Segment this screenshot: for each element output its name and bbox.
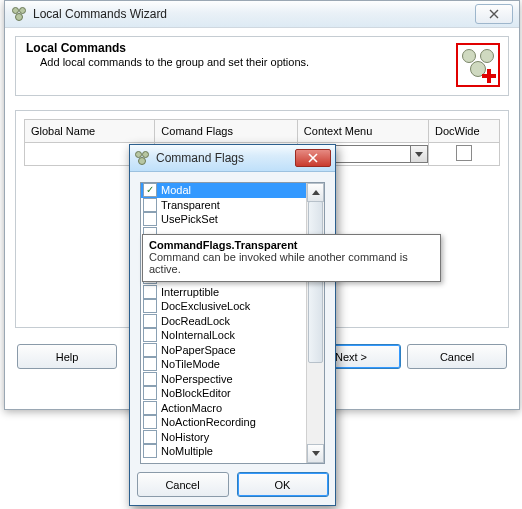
scroll-thumb[interactable] bbox=[308, 201, 323, 363]
scroll-down-button[interactable] bbox=[307, 444, 324, 463]
list-item-checkbox[interactable] bbox=[143, 415, 157, 429]
list-item-label: UsePickSet bbox=[161, 212, 218, 226]
list-item[interactable]: DocReadLock bbox=[141, 314, 307, 329]
dialog-titlebar[interactable]: Command Flags bbox=[130, 145, 335, 172]
doc-wide-checkbox[interactable] bbox=[456, 145, 472, 161]
dialog-button-bar: Cancel OK bbox=[130, 472, 335, 497]
list-item[interactable]: NoInternalLock bbox=[141, 328, 307, 343]
list-item-label: Interruptible bbox=[161, 285, 219, 299]
tooltip: CommandFlags.Transparent Command can be … bbox=[142, 234, 441, 282]
dialog-ok-button[interactable]: OK bbox=[237, 472, 329, 497]
cancel-button[interactable]: Cancel bbox=[407, 344, 507, 369]
list-item-checkbox[interactable] bbox=[143, 198, 157, 212]
dialog-close-button[interactable] bbox=[295, 149, 331, 167]
list-item[interactable]: Modal bbox=[141, 183, 307, 198]
list-item-checkbox[interactable] bbox=[143, 357, 157, 371]
list-item-checkbox[interactable] bbox=[143, 372, 157, 386]
cell-doc-wide[interactable] bbox=[428, 143, 499, 166]
tooltip-body: Command can be invoked while another com… bbox=[149, 251, 434, 275]
dialog-cancel-button[interactable]: Cancel bbox=[137, 472, 229, 497]
app-icon bbox=[11, 6, 27, 22]
dialog-app-icon bbox=[134, 150, 150, 166]
list-item[interactable]: NoBlockEditor bbox=[141, 386, 307, 401]
list-item-checkbox[interactable] bbox=[143, 401, 157, 415]
list-item-label: NoHistory bbox=[161, 430, 209, 444]
list-item-label: DocExclusiveLock bbox=[161, 299, 250, 313]
list-item[interactable]: ActionMacro bbox=[141, 401, 307, 416]
dialog-title: Command Flags bbox=[156, 151, 295, 165]
list-item[interactable]: DocExclusiveLock bbox=[141, 299, 307, 314]
list-item-label: DocReadLock bbox=[161, 314, 230, 328]
list-item-checkbox[interactable] bbox=[143, 299, 157, 313]
list-item-label: NoBlockEditor bbox=[161, 386, 231, 400]
col-command-flags[interactable]: Comand Flags bbox=[155, 120, 297, 143]
list-item-label: Transparent bbox=[161, 198, 220, 212]
list-item-checkbox[interactable] bbox=[143, 314, 157, 328]
list-item[interactable]: NoMultiple bbox=[141, 444, 307, 459]
help-button[interactable]: Help bbox=[17, 344, 117, 369]
wizard-header-title: Local Commands bbox=[26, 41, 448, 55]
wizard-header-panel: Local Commands Add local commands to the… bbox=[15, 36, 509, 96]
wizard-header-desc: Add local commands to the group and set … bbox=[26, 56, 448, 68]
list-item-checkbox[interactable] bbox=[143, 183, 157, 197]
list-item-checkbox[interactable] bbox=[143, 212, 157, 226]
flags-listbox[interactable]: ModalTransparentUsePickSetInterruptibleD… bbox=[140, 182, 325, 464]
list-item-label: ActionMacro bbox=[161, 401, 222, 415]
list-item[interactable]: NoPaperSpace bbox=[141, 343, 307, 358]
wizard-title: Local Commands Wizard bbox=[33, 7, 475, 21]
list-item-label: NoInternalLock bbox=[161, 328, 235, 342]
list-item-checkbox[interactable] bbox=[143, 386, 157, 400]
scrollbar[interactable] bbox=[306, 183, 324, 463]
list-item-label: NoMultiple bbox=[161, 444, 213, 458]
list-item-checkbox[interactable] bbox=[143, 285, 157, 299]
list-item[interactable]: Interruptible bbox=[141, 285, 307, 300]
wizard-titlebar[interactable]: Local Commands Wizard bbox=[5, 1, 519, 28]
list-item[interactable]: Transparent bbox=[141, 198, 307, 213]
list-item-checkbox[interactable] bbox=[143, 328, 157, 342]
col-global-name[interactable]: Global Name bbox=[25, 120, 155, 143]
scroll-up-button[interactable] bbox=[307, 183, 324, 202]
add-group-icon bbox=[456, 43, 500, 87]
list-item-checkbox[interactable] bbox=[143, 343, 157, 357]
list-item[interactable]: NoHistory bbox=[141, 430, 307, 445]
list-item-label: Modal bbox=[161, 183, 191, 197]
tooltip-title: CommandFlags.Transparent bbox=[149, 239, 434, 251]
list-item-label: NoTileMode bbox=[161, 357, 220, 371]
col-context-menu[interactable]: Context Menu bbox=[297, 120, 428, 143]
list-item-checkbox[interactable] bbox=[143, 444, 157, 458]
wizard-close-button[interactable] bbox=[475, 4, 513, 24]
list-item[interactable]: NoTileMode bbox=[141, 357, 307, 372]
context-menu-drop-button[interactable] bbox=[410, 146, 427, 162]
list-item-label: NoActionRecording bbox=[161, 415, 256, 429]
list-item-label: NoPerspective bbox=[161, 372, 233, 386]
list-item[interactable]: UsePickSet bbox=[141, 212, 307, 227]
list-item-checkbox[interactable] bbox=[143, 430, 157, 444]
list-item[interactable]: NoPerspective bbox=[141, 372, 307, 387]
col-doc-wide[interactable]: DocWide bbox=[428, 120, 499, 143]
list-item-label: NoPaperSpace bbox=[161, 343, 236, 357]
list-item[interactable]: NoActionRecording bbox=[141, 415, 307, 430]
command-flags-dialog: Command Flags ModalTransparentUsePickSet… bbox=[129, 144, 336, 506]
